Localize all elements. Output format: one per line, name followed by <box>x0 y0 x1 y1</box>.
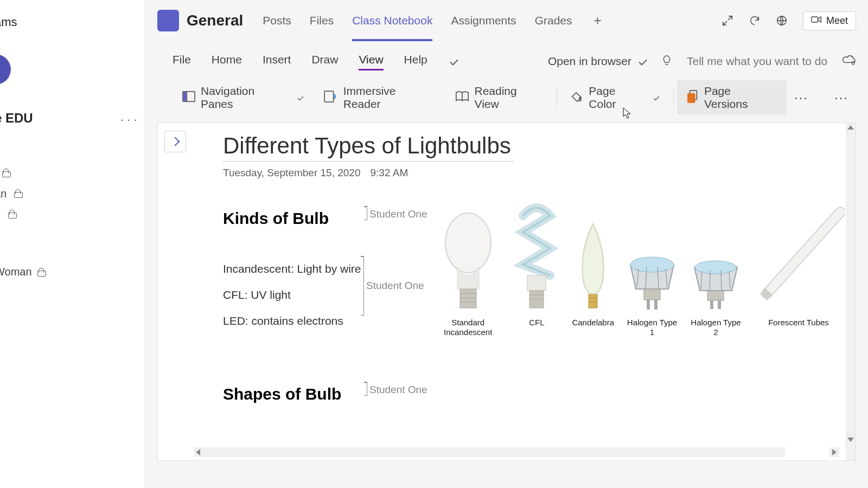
channel-item[interactable] <box>0 163 145 183</box>
meet-button[interactable]: Meet <box>803 11 856 30</box>
chevron-down-icon <box>639 57 647 66</box>
author-bracket <box>361 256 364 316</box>
author-label: Student One <box>369 208 427 220</box>
immersive-reader-button[interactable]: Immersive Reader <box>314 80 445 115</box>
svg-rect-18 <box>589 294 597 308</box>
menu-draw[interactable]: Draw <box>311 53 338 69</box>
bulb-item: Standard Incandescent <box>435 205 501 337</box>
bulb-item: Candelabra <box>572 221 614 337</box>
author-bracket <box>364 206 367 220</box>
page-meta: Tuesday, September 15, 2020 9:32 AM <box>223 167 845 179</box>
page-time: 9:32 AM <box>371 167 409 179</box>
more-icon[interactable]: ··· <box>787 90 816 105</box>
reading-view-button[interactable]: Reading View <box>445 80 554 115</box>
tab-posts[interactable]: Posts <box>263 0 291 41</box>
chevron-down-icon <box>654 95 660 101</box>
fluorescent-tube-image <box>752 205 845 313</box>
lock-icon <box>14 189 22 198</box>
add-tab-icon[interactable]: + <box>594 13 602 28</box>
scroll-right-icon <box>832 449 837 455</box>
bulb-caption: Halogen Type 1 <box>625 318 679 337</box>
scroll-down-icon[interactable] <box>847 438 854 442</box>
svg-point-2 <box>852 61 854 64</box>
tell-me-input[interactable] <box>687 55 828 68</box>
page-title[interactable]: Different Types of Lightbulbs <box>223 133 514 162</box>
refresh-icon[interactable] <box>749 15 761 27</box>
svg-rect-8 <box>688 93 695 102</box>
page-color-button[interactable]: Page Color <box>560 80 670 115</box>
scroll-left-icon[interactable] <box>196 449 200 455</box>
expand-icon[interactable] <box>722 15 733 27</box>
menu-help[interactable]: Help <box>404 53 427 69</box>
bulb-caption: Forescent Tubes <box>768 318 829 337</box>
bulb-caption: CFL <box>529 318 544 337</box>
main-area: General Posts Files Class Notebook Assig… <box>145 0 868 488</box>
scroll-up-icon[interactable] <box>847 125 854 130</box>
author-label: Student One <box>369 384 427 396</box>
scroll-right-button[interactable] <box>829 447 839 457</box>
channel-item[interactable]: an <box>0 183 145 204</box>
chevron-down-icon <box>297 95 303 101</box>
immersive-reader-icon <box>324 91 338 105</box>
chevron-right-icon <box>171 137 180 146</box>
page-canvas[interactable]: Different Types of Lightbulbs Tuesday, S… <box>157 123 856 461</box>
svg-rect-36 <box>718 300 721 309</box>
bulb-image-row: Standard Incandescent <box>435 200 845 337</box>
tab-grades[interactable]: Grades <box>535 0 572 41</box>
lock-icon <box>2 169 10 177</box>
channel-header: General Posts Files Class Notebook Assig… <box>145 0 868 41</box>
page-date: Tuesday, September 15, 2020 <box>223 167 361 179</box>
channel-avatar[interactable] <box>157 10 179 31</box>
cfl-bulb-image <box>512 200 561 313</box>
tab-assignments[interactable]: Assignments <box>451 0 516 41</box>
navigation-panes-button[interactable]: Navigation Panes <box>173 80 314 115</box>
channel-tabs: Posts Files Class Notebook Assignments G… <box>263 0 601 41</box>
page-versions-button[interactable]: Page Versions <box>677 80 787 115</box>
menu-insert[interactable]: Insert <box>263 53 291 69</box>
globe-icon[interactable] <box>776 15 788 27</box>
svg-point-21 <box>630 257 674 272</box>
bulb-item: Forescent Tubes <box>752 205 845 337</box>
book-icon <box>455 91 469 105</box>
vertical-scrollbar[interactable] <box>846 123 856 460</box>
svg-rect-34 <box>707 291 724 300</box>
open-in-browser[interactable]: Open in browser <box>548 55 647 68</box>
scroll-track[interactable] <box>200 448 785 456</box>
bulb-caption: Halogen Type 2 <box>690 318 742 337</box>
cloud-sync-icon[interactable] <box>842 55 856 68</box>
svg-rect-6 <box>324 91 334 101</box>
channel-item[interactable]: n <box>0 204 145 224</box>
hidden-channel-item[interactable]: Woman <box>0 266 45 278</box>
expand-navigation-button[interactable] <box>164 131 186 152</box>
view-ribbon: Navigation Panes Immersive Reader Readin… <box>157 76 856 119</box>
section-heading[interactable]: Shapes of Bulb <box>223 385 341 403</box>
bulb-item: CFL <box>512 200 561 337</box>
svg-rect-14 <box>527 275 546 291</box>
horizontal-scrollbar[interactable] <box>194 447 785 457</box>
menu-home[interactable]: Home <box>212 53 242 69</box>
divider <box>557 89 557 106</box>
onenote-menubar: File Home Insert Draw View Help Open in … <box>157 41 856 76</box>
bulb-item: Halogen Type 1 <box>625 248 679 337</box>
svg-rect-28 <box>654 300 658 310</box>
svg-rect-10 <box>460 289 476 308</box>
menu-view[interactable]: View <box>359 53 383 69</box>
onenote-app: File Home Insert Draw View Help Open in … <box>145 41 868 461</box>
incandescent-bulb-image <box>444 205 493 313</box>
panes-icon <box>182 91 195 105</box>
channel-name: General <box>187 12 243 29</box>
team-avatar[interactable] <box>0 54 11 85</box>
overflow-icon[interactable]: ··· <box>827 90 856 105</box>
chevron-down-icon[interactable] <box>450 57 458 66</box>
tab-files[interactable]: Files <box>310 0 334 41</box>
page-content: Different Types of Lightbulbs Tuesday, S… <box>223 133 845 328</box>
paint-bucket-icon <box>570 91 583 105</box>
halogen2-bulb-image <box>690 254 742 313</box>
svg-point-29 <box>695 261 736 274</box>
team-title-fragment: e EDU <box>0 111 33 126</box>
svg-rect-27 <box>647 300 650 310</box>
divider <box>673 89 674 106</box>
menu-file[interactable]: File <box>173 53 191 69</box>
tab-class-notebook[interactable]: Class Notebook <box>352 0 432 41</box>
more-options-icon[interactable]: · · · <box>120 113 137 127</box>
